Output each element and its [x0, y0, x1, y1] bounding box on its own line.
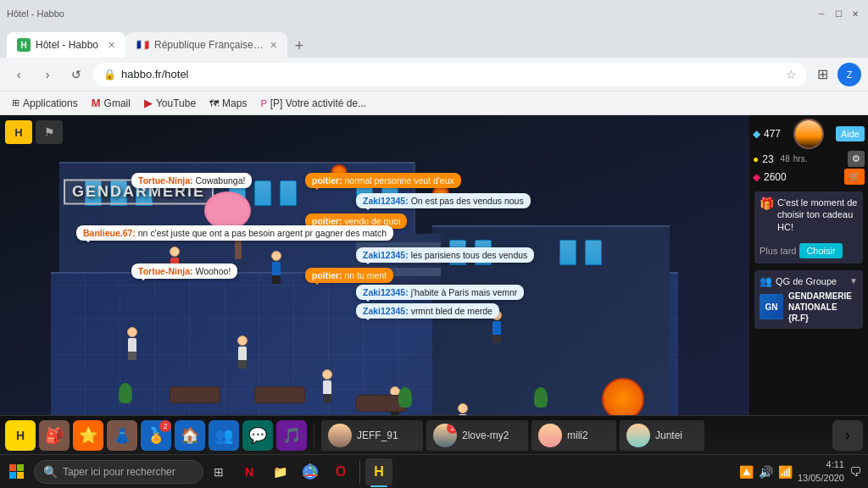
- habbo-home-icon[interactable]: H: [5, 420, 36, 451]
- music-btn-icon[interactable]: 🎵: [276, 420, 307, 451]
- chat-bubble-1: Tortue-Ninja: Cowabunga!: [131, 173, 252, 188]
- address-bar: ‹ › ↺ 🔒 habbo.fr/hotel ☆ ⊞ Z: [0, 58, 868, 92]
- plant-2: [398, 387, 412, 408]
- chat-bubble-5: Banlieue.67: nn c'est juste que ont a pa…: [76, 225, 393, 241]
- diamond-icon: ◆: [753, 128, 760, 140]
- close-button[interactable]: ✕: [849, 8, 861, 19]
- volume-icon[interactable]: 🔊: [759, 465, 773, 479]
- home-icon: H: [16, 429, 25, 442]
- jeff-label: JEFF_91: [357, 430, 398, 441]
- tab-close-rf[interactable]: ✕: [270, 40, 277, 51]
- next-app-button[interactable]: ›: [832, 420, 863, 451]
- maximize-button[interactable]: ☐: [832, 8, 844, 19]
- bookmark-apps[interactable]: ⊞ Applications: [7, 96, 83, 111]
- new-tab-button[interactable]: +: [287, 34, 311, 58]
- habbo-taskbar-app[interactable]: H: [365, 458, 392, 485]
- stats-section: ◆ 477 Aide ● 23 48 hrs. ⚙ ◆ 2600 🛒: [749, 115, 868, 188]
- npc4-torso: [238, 347, 247, 360]
- notification-icon[interactable]: 🗨: [849, 465, 861, 479]
- maps-icon: 🗺: [209, 98, 219, 108]
- start-button[interactable]: [0, 455, 34, 489]
- habbo-button[interactable]: H: [5, 120, 32, 144]
- flag-button[interactable]: ⚑: [36, 120, 63, 144]
- habbo-icon: H: [14, 126, 22, 139]
- flag-icon: ⚑: [44, 125, 55, 139]
- app-juntei[interactable]: Juntei: [620, 420, 704, 451]
- taskbar-file-explorer[interactable]: 📁: [266, 458, 293, 485]
- wardrobe-icon[interactable]: 👗: [107, 420, 137, 451]
- group-header: 👥 QG de Groupe ▼: [760, 275, 858, 287]
- zlove-avatar: 2: [433, 424, 457, 447]
- habbo-taskbar-icon: H: [374, 464, 384, 480]
- chat-bubble-6: Zaki12345: les parisiens tous des vendus: [356, 247, 534, 263]
- clock-display: 4:11 13/05/2020: [798, 458, 844, 485]
- bookmark-maps[interactable]: 🗺 Maps: [204, 96, 252, 111]
- window-6: [280, 180, 297, 206]
- later-button[interactable]: Plus tard: [760, 243, 796, 258]
- url-text: habbo.fr/hotel: [121, 68, 189, 80]
- bookmark-activite-label: [P] Votre activité de...: [270, 97, 366, 109]
- group-name: GENDARMERIE NATIONALE {R.F}: [788, 291, 858, 324]
- extensions-button[interactable]: ⊞: [812, 64, 832, 85]
- profile-button[interactable]: Z: [837, 63, 861, 86]
- backpack-icon[interactable]: 🎒: [39, 420, 70, 451]
- group-name-container: GENDARMERIE NATIONALE {R.F}: [788, 291, 858, 324]
- minimize-button[interactable]: ─: [815, 8, 827, 19]
- coin-icon: ●: [753, 153, 759, 165]
- bookmark-youtube[interactable]: ▶ YouTube: [139, 95, 201, 111]
- network-icon[interactable]: 📶: [778, 465, 793, 479]
- svg-rect-1: [17, 464, 24, 471]
- orange-tree: [602, 378, 644, 420]
- juntei-avatar-img: [626, 424, 650, 447]
- title-bar: Hôtel - Habbo ─ ☐ ✕: [0, 0, 868, 27]
- chevron-up-icon[interactable]: 🔼: [739, 465, 754, 479]
- forward-button[interactable]: ›: [36, 63, 59, 86]
- bookmark-star-icon[interactable]: ☆: [786, 68, 797, 81]
- rb-window-3: [559, 240, 576, 265]
- achievements-badge: 2: [159, 420, 171, 432]
- right-panel: ◆ 477 Aide ● 23 48 hrs. ⚙ ◆ 2600 🛒: [749, 115, 868, 454]
- app-jeff[interactable]: JEFF_91: [321, 420, 423, 451]
- bookmark-gmail[interactable]: M Gmail: [86, 95, 136, 111]
- achievements-icon[interactable]: 🏅 2: [141, 420, 171, 451]
- tab-hotel[interactable]: H Hôtel - Habbo ✕: [7, 32, 125, 58]
- task-view-icon: ⊞: [214, 465, 224, 479]
- shop-button[interactable]: 🛒: [844, 169, 865, 185]
- backpack-emoji: 🎒: [45, 426, 64, 445]
- app-mili[interactable]: mili2: [531, 420, 616, 451]
- group-info-row: GN GENDARMERIE NATIONALE {R.F}: [760, 291, 858, 324]
- app-zlove[interactable]: 2 2love-my2: [426, 420, 528, 451]
- apps-icon: ⊞: [12, 97, 19, 108]
- tab-favicon-hotel: H: [17, 38, 31, 52]
- tab-rf[interactable]: 🇫🇷 République Française de Habbo ✕: [125, 32, 287, 58]
- tab-close-hotel[interactable]: ✕: [108, 40, 115, 51]
- catalog-icon[interactable]: ⭐: [73, 420, 103, 451]
- reload-button[interactable]: ↺: [64, 63, 88, 86]
- chat-text-6: les parisiens tous des vendus: [411, 250, 528, 260]
- chat-bubble-2: poitier: normal personne veut d'eux: [305, 173, 461, 188]
- choose-button[interactable]: Choisir: [799, 243, 842, 258]
- taskbar-chrome[interactable]: [297, 458, 324, 485]
- system-tray: 🔼 🔊 📶 4:11 13/05/2020 🗨: [732, 458, 868, 485]
- back-button[interactable]: ‹: [7, 63, 31, 86]
- chat-btn-icon[interactable]: 💬: [242, 420, 273, 451]
- taskbar-opera[interactable]: O: [327, 458, 354, 485]
- friends-icon[interactable]: 👥: [209, 420, 239, 451]
- stats-row-3: ◆ 2600 🛒: [753, 169, 865, 185]
- bookmark-activite[interactable]: P [P] Votre activité de...: [255, 96, 371, 111]
- rooms-emoji: 🏠: [181, 426, 199, 445]
- promo-box: 🎁 C'est le moment de choisir ton cadeau …: [754, 191, 863, 263]
- youtube-icon: ▶: [144, 97, 153, 109]
- url-bar[interactable]: 🔒 habbo.fr/hotel ☆: [93, 63, 807, 86]
- task-view-button[interactable]: ⊞: [205, 458, 232, 485]
- plant-1: [119, 383, 132, 403]
- taskbar-netflix[interactable]: N: [236, 458, 263, 485]
- rooms-icon[interactable]: 🏠: [175, 420, 205, 451]
- group-dropdown-arrow[interactable]: ▼: [849, 276, 858, 286]
- settings-button[interactable]: ⚙: [848, 151, 865, 167]
- search-bar[interactable]: 🔍 Taper ici pour rechercher: [34, 460, 203, 484]
- aide-button[interactable]: Aide: [836, 126, 865, 141]
- svg-rect-0: [9, 464, 16, 471]
- chat-bubble-8: Tortue-Ninja: Woohoo!: [131, 263, 237, 279]
- avatar-portrait: [793, 119, 824, 149]
